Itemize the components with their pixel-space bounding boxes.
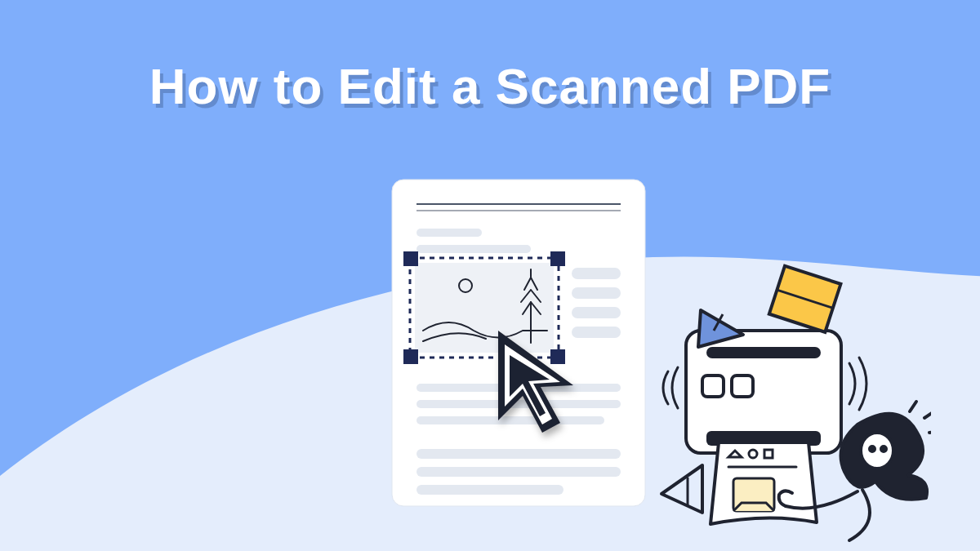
svg-rect-21	[416, 449, 621, 459]
svg-rect-9	[550, 251, 565, 266]
svg-rect-8	[403, 251, 418, 266]
svg-line-42	[929, 431, 931, 433]
svg-rect-20	[416, 416, 604, 424]
outline-triangle-icon	[662, 465, 702, 513]
svg-rect-19	[416, 400, 621, 408]
svg-rect-11	[550, 349, 565, 364]
svg-line-40	[910, 402, 916, 411]
illustration	[359, 171, 931, 551]
svg-rect-15	[572, 287, 621, 299]
document-icon	[392, 180, 645, 506]
svg-point-37	[861, 433, 893, 469]
svg-rect-23	[416, 485, 564, 495]
svg-point-39	[881, 447, 886, 451]
svg-line-41	[924, 411, 931, 418]
svg-rect-22	[416, 467, 621, 477]
rhombus-shape-icon	[769, 266, 841, 332]
svg-rect-25	[706, 347, 821, 358]
svg-point-38	[870, 447, 875, 451]
svg-rect-14	[572, 268, 621, 279]
svg-rect-5	[416, 245, 531, 253]
svg-rect-17	[572, 327, 621, 338]
svg-rect-4	[416, 229, 482, 237]
svg-rect-16	[572, 307, 621, 318]
svg-rect-10	[403, 349, 418, 364]
svg-rect-6	[415, 263, 554, 353]
scanner-icon	[663, 331, 866, 524]
page-title: How to Edit a Scanned PDF	[0, 57, 980, 115]
